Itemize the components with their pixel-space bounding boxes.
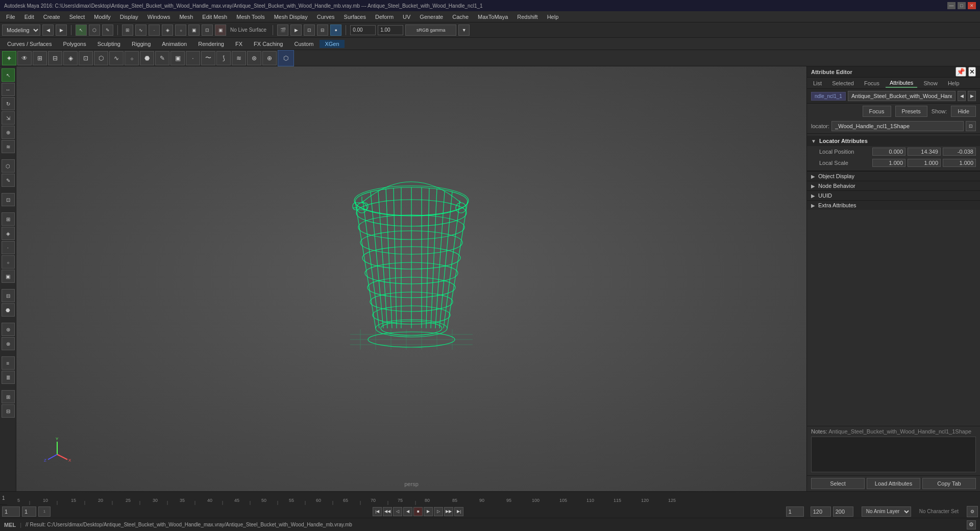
menu-uv[interactable]: UV: [399, 13, 414, 21]
next-key-btn[interactable]: ▷: [434, 507, 443, 516]
snap-surface-btn[interactable]: ◈: [162, 25, 173, 36]
sec-menu-custom[interactable]: Custom: [289, 40, 319, 48]
menu-redshift[interactable]: Redshift: [513, 13, 542, 21]
sidebar-extra-6[interactable]: ⊟: [2, 404, 15, 418]
value1-input[interactable]: [350, 25, 376, 35]
copy-tab-button[interactable]: Copy Tab: [922, 478, 976, 489]
outliner-icon-btn[interactable]: ⊞: [33, 51, 47, 65]
mode-dropdown[interactable]: Modeling: [2, 25, 40, 36]
display-btn[interactable]: ⊡: [304, 25, 315, 36]
menu-help[interactable]: Help: [543, 13, 563, 21]
play-forward-btn[interactable]: ▶: [424, 507, 433, 516]
hexagon-icon-btn[interactable]: ⬡: [278, 50, 294, 66]
local-pos-x[interactable]: [872, 148, 905, 156]
object-display-header[interactable]: ▶ Object Display: [807, 171, 980, 181]
close-button[interactable]: ✕: [968, 2, 976, 9]
gamma-dropdown[interactable]: ▼: [458, 25, 470, 36]
universal-manip[interactable]: ⊕: [2, 126, 15, 139]
range-start[interactable]: [811, 506, 831, 517]
prev-key-btn[interactable]: ◁: [393, 507, 402, 516]
sec-menu-animation[interactable]: Animation: [157, 40, 192, 48]
snap-along-sidebar[interactable]: ⬦: [2, 255, 15, 269]
select-tool-sidebar[interactable]: ↖: [2, 68, 15, 82]
menu-mesh-display[interactable]: Mesh Display: [270, 13, 312, 21]
snap-grid-btn[interactable]: ⊞: [122, 25, 133, 36]
timeline-bar[interactable]: 5 10 15 20 25 30 35 40 45 50 55 60 65 70…: [7, 492, 980, 505]
maximize-button[interactable]: □: [958, 2, 966, 9]
load-attributes-button[interactable]: Load Attributes: [867, 478, 920, 489]
tab-list[interactable]: List: [809, 79, 826, 87]
poly-icon-btn[interactable]: ⬦: [125, 51, 139, 65]
menu-display[interactable]: Display: [116, 13, 142, 21]
minimize-button[interactable]: —: [947, 2, 955, 9]
menu-file[interactable]: File: [2, 13, 19, 21]
sec-menu-fx[interactable]: FX: [230, 40, 248, 48]
sidebar-extra-4[interactable]: ≣: [2, 371, 15, 384]
menu-create[interactable]: Create: [39, 13, 64, 21]
constraint-icon-btn[interactable]: ⊕: [262, 51, 277, 65]
paint-sel-sidebar[interactable]: ✎: [2, 174, 15, 187]
menu-mesh[interactable]: Mesh: [175, 13, 197, 21]
snap-edge-btn[interactable]: ⊡: [202, 25, 213, 36]
sec-menu-fx-caching[interactable]: FX Caching: [249, 40, 288, 48]
menu-windows[interactable]: Windows: [143, 13, 175, 21]
deformer-icon-btn[interactable]: ⬡: [94, 51, 108, 65]
menu-curves[interactable]: Curves: [313, 13, 339, 21]
snap-point-btn[interactable]: ·: [149, 25, 160, 36]
live-btn[interactable]: ▣: [215, 25, 226, 36]
subd-icon-btn[interactable]: ⬣: [140, 51, 154, 65]
show-hide-btn[interactable]: ●: [330, 25, 341, 36]
sec-menu-rigging[interactable]: Rigging: [127, 40, 156, 48]
move-tool[interactable]: ↔: [2, 83, 15, 96]
ipr-btn[interactable]: ▶: [290, 25, 302, 36]
tab-selected[interactable]: Selected: [828, 79, 858, 87]
sec-menu-rendering[interactable]: Rendering: [193, 40, 229, 48]
scale-tool[interactable]: ⇲: [2, 111, 15, 125]
lasso-btn[interactable]: ⬡: [89, 25, 100, 36]
local-pos-y[interactable]: [908, 148, 941, 156]
viewport[interactable]: View Shading Lighting Show Renderer Pane…: [16, 66, 806, 491]
node-name-input[interactable]: [848, 91, 955, 101]
frame-display[interactable]: [786, 506, 804, 517]
start-frame-input[interactable]: [22, 506, 36, 517]
range-end[interactable]: [833, 506, 853, 517]
snap-mesh-btn[interactable]: ⬦: [175, 25, 186, 36]
local-pos-z[interactable]: [943, 148, 976, 156]
current-frame-input[interactable]: [2, 506, 20, 517]
snap-point-sidebar[interactable]: ·: [2, 241, 15, 254]
joints-icon-btn[interactable]: ⊡: [79, 51, 93, 65]
step-forward-btn[interactable]: ▶▶: [444, 507, 453, 516]
lasso-select[interactable]: ⬡: [2, 159, 15, 173]
locator-icon-btn[interactable]: ⊡: [966, 121, 976, 131]
tab-attributes[interactable]: Attributes: [886, 79, 917, 88]
paint-icon-btn[interactable]: ✎: [155, 51, 169, 65]
tab-help[interactable]: Help: [944, 79, 964, 87]
nurbs-icon-btn[interactable]: ∿: [109, 51, 124, 65]
gamma-btn[interactable]: sRGB gamma: [405, 25, 456, 36]
playback-extra-btn[interactable]: ⚙: [967, 506, 978, 517]
menu-select[interactable]: Select: [65, 13, 89, 21]
uuid-header[interactable]: ▶ UUID: [807, 190, 980, 200]
rotate-tool[interactable]: ↻: [2, 97, 15, 110]
particle-icon-btn[interactable]: ·: [186, 51, 200, 65]
hair-icon-btn[interactable]: ⟆: [216, 51, 231, 65]
sec-menu-sculpting[interactable]: Sculpting: [92, 40, 126, 48]
xray-icon-btn[interactable]: ◈: [63, 51, 78, 65]
stop-btn[interactable]: ■: [413, 507, 423, 516]
channel-box-icon-btn[interactable]: ✦: [2, 51, 16, 65]
locator-attrs-header[interactable]: ▼ Locator Attributes: [807, 136, 980, 146]
menu-deform[interactable]: Deform: [371, 13, 398, 21]
menu-mesh-tools[interactable]: Mesh Tools: [232, 13, 268, 21]
sec-menu-curves-surfaces[interactable]: Curves / Surfaces: [2, 40, 57, 48]
toolbar-btn-1[interactable]: ◀: [42, 25, 54, 36]
sidebar-extra-3[interactable]: ≡: [2, 356, 15, 370]
soft-mod-tool[interactable]: ≋: [2, 140, 15, 153]
snap-active-sidebar[interactable]: ▣: [2, 270, 15, 283]
select-tool-btn[interactable]: ↖: [76, 25, 87, 36]
sidebar-extra-1[interactable]: ⊛: [2, 323, 15, 336]
play-back-btn[interactable]: ◀: [403, 507, 412, 516]
locator-input[interactable]: [831, 121, 964, 131]
anim-layer-dropdown[interactable]: No Anim Layer: [862, 506, 911, 517]
nav-next-btn[interactable]: ▶: [968, 91, 976, 101]
node-editor-icon-btn[interactable]: ⊟: [48, 51, 62, 65]
